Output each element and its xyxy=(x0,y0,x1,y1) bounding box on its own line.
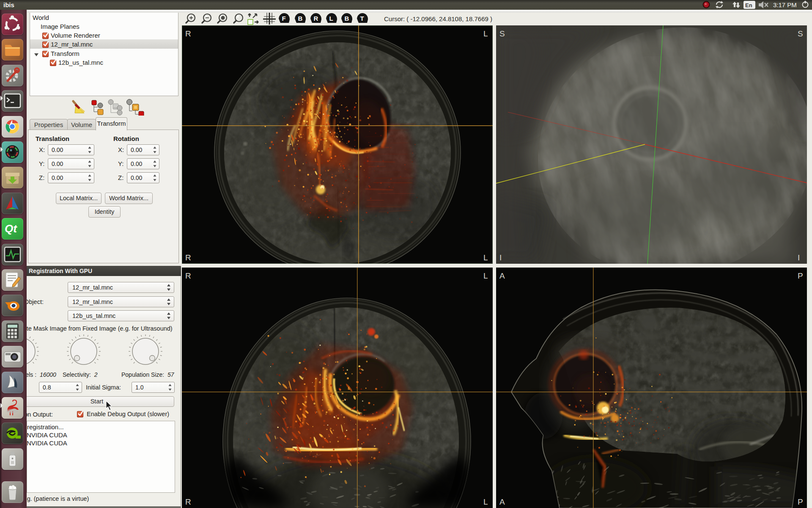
svg-text:B: B xyxy=(345,15,349,22)
svg-text:S: S xyxy=(798,29,803,38)
svg-text:R: R xyxy=(185,253,191,262)
svg-text:Cursor: ( -12.0966, 24.8108, 1: Cursor: ( -12.0966, 24.8108, 18.7669 ) xyxy=(384,15,492,22)
svg-text:A: A xyxy=(499,497,505,506)
svg-text:A: A xyxy=(499,271,505,280)
svg-text:3:17 PM: 3:17 PM xyxy=(773,1,797,8)
svg-text:L: L xyxy=(483,497,488,506)
svg-text:T: T xyxy=(360,15,364,22)
svg-text:R: R xyxy=(314,15,318,22)
svg-text:Qt: Qt xyxy=(5,222,17,235)
svg-text:P: P xyxy=(798,497,803,506)
svg-text:R: R xyxy=(185,29,191,38)
svg-text:R: R xyxy=(185,497,191,506)
svg-text:P: P xyxy=(798,271,803,280)
svg-text:L: L xyxy=(483,29,488,38)
svg-text:I: I xyxy=(798,253,800,262)
svg-text:R: R xyxy=(185,271,191,280)
svg-text:B: B xyxy=(298,15,303,22)
svg-text:S: S xyxy=(499,29,505,38)
svg-text:F: F xyxy=(282,15,286,22)
svg-text:I: I xyxy=(499,253,502,262)
svg-text:L: L xyxy=(483,253,488,262)
svg-text:En: En xyxy=(745,2,752,8)
svg-text:L: L xyxy=(483,271,488,280)
svg-text:L: L xyxy=(329,15,333,22)
